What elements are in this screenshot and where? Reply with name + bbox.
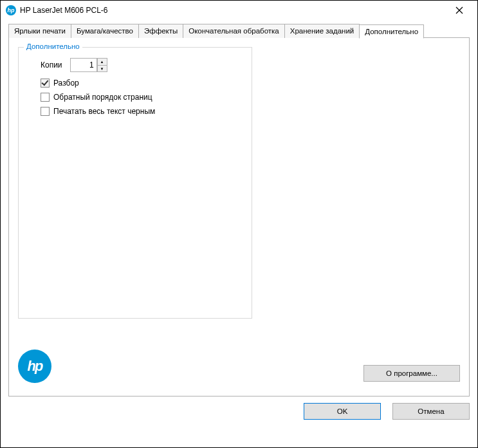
tab-panel: Дополнительно Копии ▲ ▼ Разбор Обратный …	[8, 37, 470, 397]
window-title: HP LaserJet M606 PCL-6	[20, 6, 446, 15]
spinner-up-button[interactable]: ▲	[97, 58, 107, 65]
about-button[interactable]: О программе...	[363, 365, 460, 382]
tab-bar: Ярлыки печати Бумага/качество Эффекты Ок…	[8, 24, 470, 38]
copies-row: Копии ▲ ▼	[41, 58, 243, 72]
hp-app-icon: hp	[6, 5, 16, 15]
spinner-down-button[interactable]: ▼	[97, 65, 107, 72]
hp-logo-text: hp	[28, 358, 42, 375]
reverse-order-label: Обратный порядок страниц	[53, 93, 152, 102]
copies-label: Копии	[41, 61, 62, 70]
black-text-checkbox[interactable]	[41, 107, 50, 116]
tab-shortcuts[interactable]: Ярлыки печати	[8, 24, 71, 38]
ok-button[interactable]: OK	[304, 403, 381, 420]
collate-label: Разбор	[53, 79, 79, 88]
advanced-group: Дополнительно Копии ▲ ▼ Разбор Обратный …	[18, 47, 252, 319]
dialog-buttons: OK Отмена	[8, 403, 470, 420]
reverse-row: Обратный порядок страниц	[41, 93, 243, 102]
copies-spinner: ▲ ▼	[97, 58, 107, 72]
group-legend: Дополнительно	[24, 42, 82, 50]
cancel-button[interactable]: Отмена	[392, 403, 470, 420]
close-button[interactable]	[446, 1, 472, 20]
dialog-body: Ярлыки печати Бумага/качество Эффекты Ок…	[1, 20, 477, 427]
tab-finishing[interactable]: Окончательная обработка	[183, 24, 284, 38]
tab-paper-quality[interactable]: Бумага/качество	[71, 24, 139, 38]
collate-checkbox[interactable]	[41, 79, 50, 88]
copies-input[interactable]	[70, 58, 97, 72]
hp-icon-text: hp	[8, 7, 15, 14]
blacktext-row: Печатать весь текст черным	[41, 107, 243, 116]
title-bar: hp HP LaserJet M606 PCL-6	[1, 1, 477, 20]
collate-row: Разбор	[41, 79, 243, 88]
hp-logo: hp	[18, 350, 51, 383]
black-text-label: Печатать весь текст черным	[53, 107, 155, 116]
tab-advanced[interactable]: Дополнительно	[359, 24, 424, 39]
close-icon	[455, 6, 463, 14]
reverse-order-checkbox[interactable]	[41, 93, 50, 102]
tab-job-storage[interactable]: Хранение заданий	[284, 24, 360, 38]
tab-effects[interactable]: Эффекты	[138, 24, 183, 38]
